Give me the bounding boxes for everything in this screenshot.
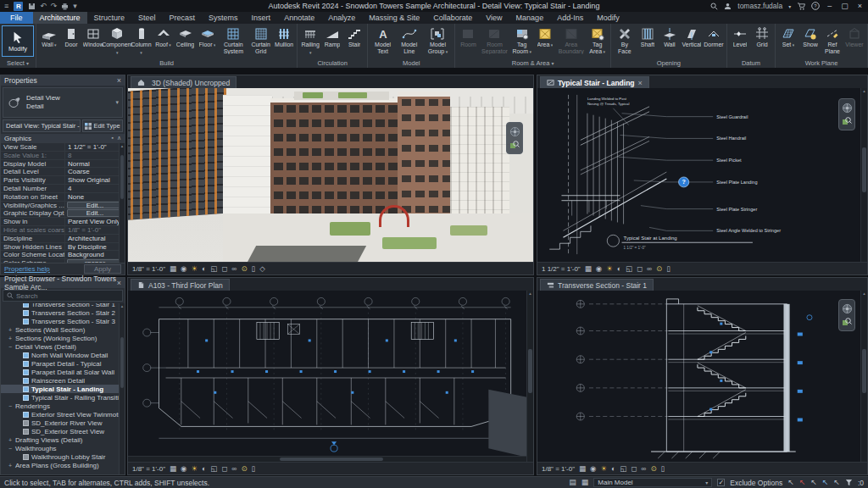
door-button[interactable]: Door bbox=[60, 25, 82, 48]
edit-graphic-display-button[interactable]: Edit... bbox=[67, 209, 123, 217]
sun-path-icon[interactable]: ☀ bbox=[191, 465, 198, 473]
tab-insert[interactable]: Insert bbox=[245, 12, 278, 24]
3d-canvas[interactable] bbox=[128, 88, 533, 262]
visual-style-icon[interactable]: ◉ bbox=[596, 265, 602, 273]
close-button[interactable]: × bbox=[856, 2, 864, 10]
crop-view-icon[interactable]: ◱ bbox=[210, 265, 217, 273]
detail-level-icon[interactable]: ▦ bbox=[170, 465, 176, 473]
browser-item[interactable]: SD_Exterior Street View bbox=[1, 427, 125, 435]
floor-plan-canvas[interactable]: ▴ bbox=[128, 291, 533, 462]
browser-item[interactable]: North Wall Window Detail bbox=[1, 351, 125, 359]
browser-item[interactable]: Exterior Street View Twinmotion bbox=[1, 410, 125, 419]
pin-icon[interactable]: ▪ bbox=[111, 135, 113, 141]
detail-level-icon[interactable]: ▦ bbox=[585, 265, 592, 273]
tab-structure[interactable]: Structure bbox=[87, 12, 132, 24]
expander-icon[interactable] bbox=[8, 446, 13, 452]
by-face-button[interactable]: By Face bbox=[613, 25, 637, 54]
apply-button[interactable]: Apply bbox=[84, 264, 121, 274]
browser-item[interactable]: Walkthrough Lobby Stair bbox=[1, 452, 125, 461]
section-canvas[interactable]: ▴ bbox=[537, 291, 867, 462]
wall-opening-button[interactable]: Wall bbox=[659, 25, 681, 48]
username[interactable]: tomasz.fudala bbox=[737, 2, 782, 10]
browser-item[interactable]: Transverse Section - Stair 3 bbox=[1, 317, 125, 325]
temporary-view-properties-icon[interactable]: ▯ bbox=[661, 465, 665, 473]
properties-help-link[interactable]: Properties help bbox=[4, 265, 50, 273]
group-label-room-area[interactable]: Room & Area▾ bbox=[456, 58, 609, 68]
browser-item-selected[interactable]: Typical Stair - Landing bbox=[1, 385, 125, 393]
vertical-scrollbar[interactable]: ▴ bbox=[526, 291, 533, 462]
zoom-button[interactable] bbox=[509, 140, 520, 150]
color-scheme-button[interactable]: <none> bbox=[67, 259, 123, 263]
tab-modify[interactable]: Modify bbox=[590, 12, 626, 24]
tab-collaborate[interactable]: Collaborate bbox=[426, 12, 479, 24]
tab-add-ins[interactable]: Add-Ins bbox=[550, 12, 590, 24]
vertical-opening-button[interactable]: Vertical bbox=[681, 25, 703, 48]
ramp-button[interactable]: Ramp bbox=[321, 25, 343, 48]
level-button[interactable]: Level bbox=[729, 25, 751, 48]
steering-wheel-button[interactable] bbox=[509, 126, 520, 137]
tab-architecture[interactable]: Architecture bbox=[33, 12, 87, 24]
shadows-icon[interactable]: ◐ bbox=[611, 465, 615, 473]
browser-folder[interactable]: Walkthroughs bbox=[1, 444, 125, 452]
browser-item[interactable]: Rainscreen Detail bbox=[1, 376, 125, 385]
collapse-icon[interactable]: ∧ bbox=[117, 135, 121, 141]
grid-button[interactable]: Grid bbox=[751, 25, 773, 48]
visual-style-icon[interactable]: ◉ bbox=[181, 265, 186, 273]
floor-button[interactable]: Floor bbox=[197, 25, 219, 49]
browser-folder[interactable]: Area Plans (Gross Building) bbox=[1, 461, 125, 469]
column-button[interactable]: Column bbox=[131, 25, 153, 55]
reveal-hidden-icon[interactable]: ⊙ bbox=[241, 265, 247, 273]
sun-path-icon[interactable]: ☀ bbox=[606, 265, 613, 273]
detail-level-icon[interactable]: ▦ bbox=[170, 265, 176, 273]
browser-folder[interactable]: Renderings bbox=[1, 402, 125, 410]
dormer-button[interactable]: Dormer bbox=[703, 25, 725, 48]
shadows-icon[interactable]: ◐ bbox=[202, 265, 206, 273]
browser-search[interactable] bbox=[3, 290, 123, 302]
design-options-icon[interactable]: ▦ bbox=[581, 479, 589, 486]
reveal-hidden-icon[interactable]: ⊙ bbox=[650, 465, 656, 473]
user-avatar-icon[interactable] bbox=[724, 3, 732, 10]
tab-view[interactable]: View bbox=[479, 12, 509, 24]
browser-folder[interactable]: Sections (Working Section) bbox=[1, 334, 125, 342]
browser-folder[interactable]: Detail Views (Detail) bbox=[1, 342, 125, 351]
scale-button[interactable]: 1/8" = 1'-0" bbox=[132, 465, 165, 473]
project-browser-header[interactable]: Project Browser - Snowdon Towers Sample … bbox=[1, 278, 125, 288]
shadows-icon[interactable]: ◐ bbox=[202, 465, 206, 473]
browser-folder[interactable]: Drafting Views (Detail) bbox=[1, 435, 125, 444]
expander-icon[interactable] bbox=[8, 336, 13, 341]
stair-button[interactable]: Stair bbox=[343, 25, 365, 48]
visual-style-icon[interactable]: ◉ bbox=[590, 465, 596, 473]
crop-view-icon[interactable]: ◱ bbox=[620, 465, 626, 473]
window-button[interactable]: Window bbox=[82, 25, 104, 48]
sun-path-icon[interactable]: ☀ bbox=[191, 265, 198, 273]
ref-plane-button[interactable]: Ref Plane bbox=[821, 25, 843, 54]
tab-steel[interactable]: Steel bbox=[131, 12, 163, 24]
temporary-hide-icon[interactable]: ∞ bbox=[231, 465, 236, 473]
tag-room-button[interactable]: Tag Room bbox=[509, 25, 533, 55]
model-group-button[interactable]: Model Group bbox=[422, 25, 453, 55]
browser-folder[interactable]: Sections (Wall Section) bbox=[1, 325, 125, 334]
view-tab-3d[interactable]: 3D (Shaded) Uncropped bbox=[131, 76, 236, 88]
select-links-icon[interactable]: ↖ bbox=[787, 479, 794, 486]
tab-systems[interactable]: Systems bbox=[202, 12, 245, 24]
component-button[interactable]: Component bbox=[104, 25, 131, 55]
railing-button[interactable]: Railing bbox=[299, 25, 321, 55]
view-tab-section[interactable]: Transverse Section - Stair 1 bbox=[540, 279, 654, 291]
group-label-select[interactable]: Select▾ bbox=[1, 58, 35, 68]
crop-view-icon[interactable]: ◱ bbox=[626, 265, 632, 273]
browser-scrollbar[interactable]: ▴ bbox=[119, 303, 125, 474]
show-crop-icon[interactable]: ◻ bbox=[221, 265, 227, 273]
zoom-button[interactable] bbox=[842, 116, 852, 126]
view-tab-floor-plan[interactable]: A103 - Third Floor Plan bbox=[131, 279, 230, 291]
scale-button[interactable]: 1/8" = 1'-0" bbox=[132, 265, 165, 273]
shaft-button[interactable]: Shaft bbox=[637, 25, 659, 48]
select-pinned-icon[interactable]: ↖ bbox=[810, 479, 817, 486]
set-work-plane-button[interactable]: Set bbox=[777, 25, 799, 49]
properties-header[interactable]: Properties× bbox=[1, 75, 125, 86]
model-line-button[interactable]: Model Line bbox=[396, 25, 422, 54]
save-icon[interactable] bbox=[28, 3, 36, 10]
reveal-hidden-icon[interactable]: ⊙ bbox=[656, 265, 662, 273]
modify-button[interactable]: Modify bbox=[2, 25, 34, 57]
browser-item[interactable]: Transverse Section - Stair 2 bbox=[1, 308, 125, 317]
vertical-scrollbar[interactable]: ▴ bbox=[860, 291, 867, 462]
